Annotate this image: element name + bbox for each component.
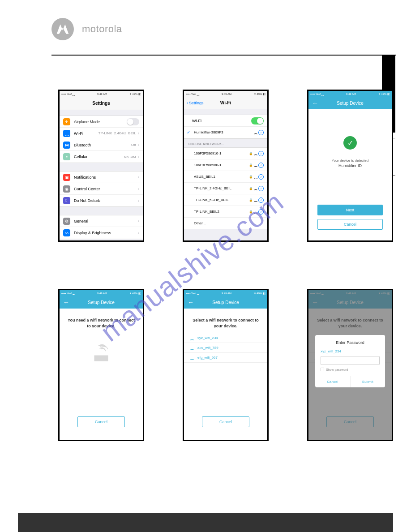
- network-list: ⁔xyz_wifi_234 ⁔abc_wifi_789 ⁔efg_wifi_56…: [184, 333, 267, 363]
- control-center-icon: ◉: [63, 185, 70, 193]
- network-row[interactable]: ⁔efg_wifi_567: [184, 353, 267, 363]
- chevron-right-icon: ›: [138, 231, 139, 236]
- bluetooth-row[interactable]: ⧓BluetoothOn›: [60, 139, 143, 151]
- network-row[interactable]: TP-LINK_BEIL2🔒⁔i: [184, 206, 267, 218]
- choose-network-label: CHOOSE A NETWORK...: [184, 139, 267, 147]
- airplane-mode-row[interactable]: ✈Airplane Mode: [60, 116, 143, 128]
- notifications-icon: ▣: [63, 174, 70, 181]
- password-input[interactable]: [321, 356, 380, 365]
- wifi-icon: ⁔: [190, 355, 194, 360]
- screenshot-device-detected: ••••• Yes! ⁔9:49 AM⁕ 49% ▮▯ ←Setup Devic…: [307, 90, 393, 242]
- chevron-right-icon: ›: [138, 142, 139, 147]
- general-row[interactable]: ⚙General›: [60, 215, 143, 227]
- screenshot-enter-password: ••••• Yes! ⁔9:49 AM⁕ 49% ▮▯ ←Setup Devic…: [307, 289, 393, 441]
- password-dialog: Enter Password xyz_wifi_234 Show passwor…: [315, 335, 385, 387]
- wifi-signal-icon: ⁔: [254, 186, 257, 190]
- cancel-button[interactable]: Cancel: [77, 416, 125, 427]
- network-row[interactable]: ASUS_BEIL1🔒⁔i: [184, 171, 267, 183]
- prompt-text: You need a wifi network to connect to yo…: [60, 309, 143, 333]
- wifi-signal-icon: ⁔: [254, 151, 257, 155]
- app-navbar: ←Setup Device: [184, 296, 267, 309]
- network-row[interactable]: ⁔xyz_wifi_234: [184, 333, 267, 343]
- network-row[interactable]: TP-LINK_2.4GHz_BEIL🔒⁔i: [184, 183, 267, 194]
- network-row[interactable]: TP-LINK_5GHz_BEIL🔒⁔i: [184, 194, 267, 206]
- wifi-signal-icon: ⁔: [254, 210, 257, 214]
- info-icon[interactable]: i: [258, 130, 264, 135]
- dialog-title: Enter Password: [321, 340, 380, 345]
- divider-rule: [51, 55, 396, 56]
- info-icon[interactable]: i: [258, 197, 264, 203]
- back-arrow-icon[interactable]: ←: [188, 299, 194, 306]
- back-arrow-icon[interactable]: ←: [63, 299, 69, 306]
- checkbox-icon: [321, 368, 324, 371]
- settings-group-3: ⚙General› AADisplay & Brightness›: [60, 215, 143, 239]
- info-icon[interactable]: i: [258, 174, 264, 180]
- gear-icon: ⚙: [63, 218, 70, 225]
- wifi-navbar: ‹Settings Wi-Fi: [184, 97, 267, 109]
- info-icon[interactable]: i: [258, 209, 264, 215]
- cancel-button[interactable]: Cancel: [202, 416, 249, 427]
- nav-title: Setup Device: [88, 300, 114, 305]
- cellular-row[interactable]: ▪CellularNo SIM›: [60, 151, 143, 163]
- motorola-logo: [51, 18, 74, 40]
- success-check-icon: ✓: [343, 136, 357, 150]
- footer-bar: [18, 513, 393, 532]
- wifi-toggle-row[interactable]: Wi-Fi: [184, 115, 267, 127]
- app-navbar: ←Setup Device: [308, 97, 392, 109]
- next-button[interactable]: Next: [317, 205, 383, 215]
- screenshot-need-wifi: ••••• Yes! ⁔9:49 AM⁕ 49% ▮▯ ←Setup Devic…: [58, 289, 144, 441]
- dialog-cancel-button[interactable]: Cancel: [315, 376, 351, 387]
- content: ✓ Your device is detected Humidifier ID: [308, 109, 392, 172]
- display-row[interactable]: AADisplay & Brightness›: [60, 227, 143, 239]
- bluetooth-icon: ⧓: [63, 142, 70, 149]
- wifi-signal-icon: ⁔: [254, 163, 257, 167]
- chevron-right-icon: ›: [138, 154, 139, 159]
- cellular-icon: ▪: [63, 153, 70, 160]
- back-arrow-icon[interactable]: ←: [312, 99, 318, 107]
- back-button[interactable]: ‹Settings: [187, 101, 204, 105]
- network-row[interactable]: ⁔abc_wifi_789: [184, 343, 267, 353]
- airplane-toggle[interactable]: [127, 118, 139, 125]
- nav-title: Wi-Fi: [220, 100, 231, 105]
- airplane-icon: ✈: [63, 118, 70, 125]
- lock-icon: 🔒: [249, 210, 253, 214]
- wifi-toggle[interactable]: [251, 117, 264, 124]
- chevron-right-icon: ›: [138, 131, 139, 136]
- checkmark-icon: ✓: [187, 130, 190, 135]
- wifi-signal-icon: ⁔: [254, 198, 257, 202]
- wifi-icon: ⁔: [190, 335, 194, 340]
- control-center-row[interactable]: ◉Control Center›: [60, 183, 143, 195]
- cancel-button[interactable]: Cancel: [317, 219, 383, 230]
- settings-group-2: ▣Notifications› ◉Control Center› ☾Do Not…: [60, 171, 143, 207]
- wifi-row[interactable]: ⁔Wi-FiTP-LINK_2.4GHz_BEIL›: [60, 128, 143, 139]
- network-row[interactable]: 106F3F586910-1🔒⁔i: [184, 148, 267, 159]
- info-icon[interactable]: i: [258, 151, 264, 156]
- info-icon[interactable]: i: [258, 163, 264, 168]
- chevron-right-icon: ›: [138, 175, 139, 180]
- device-id-text: Humidifier ID: [313, 163, 387, 168]
- lock-icon: 🔒: [249, 187, 253, 190]
- status-bar: ••••• Yes! ⁔9:49 AM⁕ 49% ▮▯: [308, 91, 392, 97]
- detected-text: Your device is detected: [313, 159, 387, 163]
- info-icon[interactable]: i: [258, 186, 264, 191]
- batwing-icon: [56, 22, 70, 36]
- app-navbar: ←Setup Device: [60, 296, 143, 309]
- notifications-row[interactable]: ▣Notifications›: [60, 172, 143, 183]
- chevron-right-icon: ›: [138, 186, 139, 191]
- screenshot-wifi-settings: ••••• Yes! ⁔9:49 AM⁕ 49% ▮▯ ‹Settings Wi…: [183, 90, 269, 242]
- status-bar: ••••• Yes! ⁔9:49 AM⁕ 49% ▮▯: [184, 290, 267, 296]
- screenshot-select-wifi: ••••• Yes! ⁔9:49 AM⁕ 49% ▮▯ ←Setup Devic…: [183, 289, 269, 441]
- other-network-row[interactable]: Other...: [184, 218, 267, 229]
- settings-title: Settings: [60, 97, 143, 110]
- dnd-row[interactable]: ☾Do Not Disturb›: [60, 195, 143, 206]
- connected-network-row[interactable]: ✓Humidifier-3809F3⁔i: [184, 127, 267, 138]
- network-row[interactable]: 106F3F586980-1🔒⁔i: [184, 159, 267, 171]
- wifi-icon: ⁔: [190, 345, 194, 350]
- lock-icon: 🔒: [249, 163, 253, 167]
- nav-title: Setup Device: [337, 101, 363, 106]
- header: motorola: [51, 18, 122, 40]
- wifi-signal-icon: ⁔: [254, 175, 257, 179]
- chevron-right-icon: ›: [138, 219, 139, 223]
- show-password-checkbox[interactable]: Show password: [321, 368, 380, 371]
- dialog-submit-button[interactable]: Submit: [351, 376, 385, 387]
